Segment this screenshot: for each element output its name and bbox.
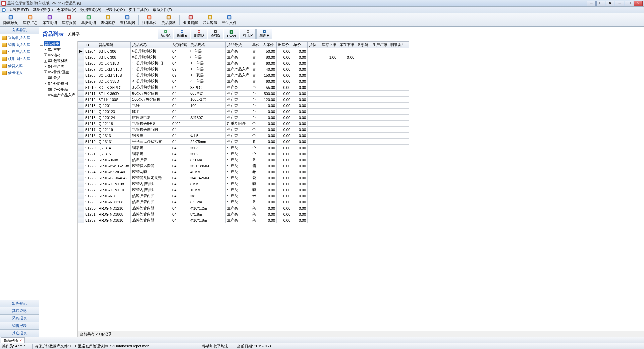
cell-bar[interactable]	[356, 151, 371, 157]
cell-note[interactable]	[389, 145, 409, 151]
cell-mfr[interactable]	[371, 181, 389, 187]
expander-icon[interactable]: +	[44, 82, 47, 85]
tree-node-8[interactable]: 09-生产产品入库	[39, 92, 77, 98]
cell-code[interactable]: 8B-LK-308	[97, 54, 131, 60]
cell-out[interactable]: 0.00	[277, 121, 292, 127]
cell-id[interactable]: 51232	[84, 217, 97, 223]
col-header-10[interactable]: 货位	[308, 42, 320, 48]
cell-code[interactable]: Q-1313	[97, 133, 131, 139]
cell-code[interactable]: RRJG-ND1810	[97, 217, 131, 223]
cell-spec[interactable]: 8MM	[189, 181, 226, 187]
cell-name[interactable]: 气管接头8变6	[131, 121, 171, 127]
cell-code[interactable]: Q-13131	[97, 139, 131, 145]
cell-unit[interactable]: 台	[251, 84, 261, 91]
cell-mfr[interactable]	[371, 115, 389, 121]
cell-name[interactable]: 时间继电器	[131, 115, 171, 121]
grid-btn-0[interactable]: 新增A	[158, 29, 173, 39]
cell-id[interactable]: 51221	[84, 151, 97, 157]
cell-out[interactable]: 0.00	[277, 78, 292, 84]
sidebar-head-2[interactable]: 采购报表	[0, 315, 39, 322]
cell-min[interactable]	[338, 211, 356, 217]
cell-bar[interactable]	[356, 103, 371, 109]
cell-note[interactable]	[389, 211, 409, 217]
cell-price[interactable]: 0.00	[292, 163, 308, 169]
cell-spec[interactable]: 8L单层	[189, 54, 226, 60]
table-row[interactable]: ▶512046B-LK-3066公斤热熔胶机046L单层生产类台50.000.0…	[78, 48, 409, 54]
cell-min[interactable]	[338, 199, 356, 205]
cell-unit[interactable]: 箱	[251, 163, 261, 169]
tree-node-3[interactable]: +04-生产类	[39, 64, 77, 69]
cell-note[interactable]	[389, 133, 409, 139]
cell-min[interactable]	[338, 97, 356, 103]
cell-mfr[interactable]	[371, 91, 389, 97]
cell-out[interactable]: 0.00	[277, 169, 292, 175]
cell-price[interactable]: 0.00	[292, 127, 308, 133]
cell-id[interactable]: 51204	[84, 48, 97, 54]
mdi-minimize-button[interactable]: ─	[587, 1, 596, 6]
table-row[interactable]: 51222RRJG-9608热熔胶管048*9.6m生产类条0.000.000.…	[78, 157, 409, 163]
sidebar-item-2[interactable]: 生产产品入库	[0, 48, 39, 55]
cell-max[interactable]	[320, 205, 338, 211]
cell-id[interactable]: 51216	[84, 121, 97, 127]
toolbar-btn-4[interactable]: 单据明细	[79, 14, 98, 26]
table-row[interactable]: 51223RRJG-BWTG2138胶管保温套管04Φ21*38MM生产类箱0.…	[78, 163, 409, 169]
cell-bar[interactable]	[356, 109, 371, 115]
cell-max[interactable]	[320, 217, 338, 223]
cell-price[interactable]: 0.00	[292, 103, 308, 109]
tree-root[interactable]: -货品分类	[39, 41, 77, 47]
cell-max[interactable]	[320, 181, 338, 187]
table-row[interactable]: 51224RRJG-BZWG40胶管网套0440MM生产类卷0.000.000.…	[78, 169, 409, 175]
grid-btn-4[interactable]: Excel	[224, 29, 239, 39]
cell-cat[interactable]: 04	[171, 187, 189, 193]
cell-id[interactable]: 51206	[84, 60, 97, 66]
cell-min[interactable]: 0.00	[338, 54, 356, 60]
cell-cls[interactable]: 生产类	[226, 115, 251, 121]
cell-cat[interactable]: 04	[171, 205, 189, 211]
cell-min[interactable]	[338, 84, 356, 91]
cell-bar[interactable]	[356, 72, 371, 78]
cell-unit[interactable]: 个	[251, 133, 261, 139]
cell-mfr[interactable]	[371, 151, 389, 157]
cell-name[interactable]: 35公斤热熔胶机	[131, 84, 171, 91]
cell-mfr[interactable]	[371, 217, 389, 223]
cell-cat[interactable]: 09	[171, 72, 189, 78]
cell-unit[interactable]: 台	[251, 97, 261, 103]
cell-min[interactable]	[338, 169, 356, 175]
cell-cat[interactable]: 04	[171, 91, 189, 97]
cell-min[interactable]	[338, 205, 356, 211]
cell-cls[interactable]: 生产类	[226, 145, 251, 151]
cell-note[interactable]	[389, 151, 409, 157]
cell-cat[interactable]: 04	[171, 163, 189, 169]
cell-bar[interactable]	[356, 91, 371, 97]
cell-in[interactable]: 0.00	[261, 187, 277, 193]
cell-unit[interactable]: 米	[251, 193, 261, 199]
cell-out[interactable]: 0.00	[277, 91, 292, 97]
cell-max[interactable]	[320, 169, 338, 175]
cell-unit[interactable]: 条	[251, 205, 261, 211]
table-row[interactable]: 51227RRJG-JGMT10胶管内胆铆头0410MM生产类套0.000.00…	[78, 187, 409, 193]
cell-out[interactable]: 0.00	[277, 211, 292, 217]
table-row[interactable]: 51226RRJG-JGMT08胶管内胆铆头048MM生产类套0.000.000…	[78, 181, 409, 187]
cell-name[interactable]: 100公斤热熔胶机	[131, 97, 171, 103]
cell-note[interactable]	[389, 72, 409, 78]
cell-cat[interactable]: 04	[171, 133, 189, 139]
col-header-13[interactable]: 条形码	[356, 42, 371, 48]
cell-code[interactable]: RRJG-JGMT08	[97, 181, 131, 187]
table-row[interactable]: 51218Q-1313铜喷嘴04Φ1.5生产类个0.000.000.00	[78, 133, 409, 139]
cell-cls[interactable]: 生产类	[226, 163, 251, 169]
cell-bar[interactable]	[356, 127, 371, 133]
cell-min[interactable]	[338, 60, 356, 66]
cell-cls[interactable]: 生产类	[226, 54, 251, 60]
tree-node-4[interactable]: +05-劳保/卫生	[39, 69, 77, 75]
table-row[interactable]: 51230RRJG-ND1210热熔胶管内胆04Φ10*1.2m生产类条0.00…	[78, 205, 409, 211]
cell-price[interactable]: 0.00	[292, 121, 308, 127]
cell-id[interactable]: 51205	[84, 54, 97, 60]
col-header-0[interactable]: ID	[84, 42, 97, 48]
cell-min[interactable]	[338, 109, 356, 115]
cell-note[interactable]	[389, 205, 409, 211]
cell-code[interactable]: 8D-LK-335D	[97, 78, 131, 84]
cell-out[interactable]: 0.00	[277, 54, 292, 60]
cell-bar[interactable]	[356, 78, 371, 84]
cell-price[interactable]: 0.00	[292, 145, 308, 151]
cell-out[interactable]: 0.00	[277, 84, 292, 91]
